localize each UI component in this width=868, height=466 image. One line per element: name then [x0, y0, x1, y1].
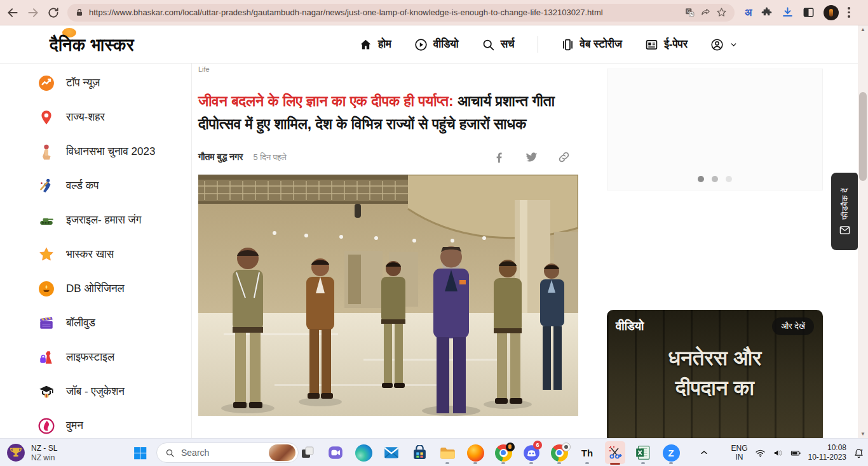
excel-app[interactable]: [633, 440, 653, 465]
chrome-app[interactable]: [493, 440, 513, 465]
chrome-profile2-app[interactable]: [549, 440, 569, 465]
sidebar-item-db-original[interactable]: DB ओरिजिनल: [38, 272, 187, 306]
download-icon[interactable]: [782, 6, 794, 18]
site-header: दैनिक भास्कर होम वीडियो सर्च वेब स्टोरीज: [0, 25, 868, 63]
page-scrollbar[interactable]: ▲ ▼: [858, 25, 868, 438]
sidebar-item-bhaskar-khas[interactable]: भास्कर खास: [38, 237, 187, 272]
search-icon: [165, 448, 175, 458]
url-text: https://www.bhaskar.com/local/uttar-prad…: [89, 8, 679, 17]
carousel-dot[interactable]: [712, 176, 718, 182]
sidebar-item-rajya-shahar[interactable]: राज्य-शहर: [38, 100, 187, 135]
sidebar-item-lifestyle[interactable]: लाइफस्टाइल: [38, 340, 187, 375]
sidebar-item-job-education[interactable]: जॉब - एजुकेशन: [38, 375, 187, 409]
sidebar-item-woman[interactable]: वुमन: [38, 409, 187, 438]
nav-search[interactable]: सर्च: [482, 38, 515, 51]
sidebar-item-israel-hamas[interactable]: इजराइल- हमास जंग: [38, 203, 187, 237]
video-widget-header: वीडियो और देखें: [607, 310, 823, 343]
snipping-tool-app[interactable]: [605, 441, 625, 464]
sidebar-item-bollywood[interactable]: बॉलीवुड: [38, 306, 187, 340]
article-location: गौतम बुद्ध नगर: [198, 152, 243, 163]
microsoft-store-app[interactable]: [409, 440, 430, 465]
reload-icon[interactable]: [47, 6, 60, 19]
video-widget[interactable]: वीडियो और देखें धनतेरस और दीपदान का: [607, 310, 823, 438]
sidebar-item-vidhansabha-chunav[interactable]: विधानसभा चुनाव 2023: [38, 135, 187, 169]
sidebar-label: वर्ल्ड कप: [66, 179, 99, 193]
zoom-icon: Z: [663, 444, 680, 462]
carousel-dot-active[interactable]: [698, 176, 704, 182]
address-bar[interactable]: https://www.bhaskar.com/local/uttar-prad…: [67, 4, 735, 22]
carousel-dots[interactable]: [698, 176, 732, 182]
sidebar-label: इजराइल- हमास जंग: [66, 213, 141, 227]
nav-profile[interactable]: [710, 38, 738, 51]
windows-logo-icon: [132, 445, 148, 461]
task-view-button[interactable]: [297, 440, 318, 465]
volume-icon[interactable]: [773, 448, 783, 458]
nav-epaper[interactable]: ई-पेपर: [645, 38, 688, 51]
world-cup-trophy-icon: [6, 443, 25, 462]
notification-bell-dnd-icon[interactable]: z: [853, 448, 864, 458]
carousel-dot[interactable]: [726, 176, 732, 182]
forward-icon[interactable]: [27, 6, 39, 19]
twitter-share-icon[interactable]: [525, 150, 538, 164]
sidebar-label: विधानसभा चुनाव 2023: [66, 145, 155, 159]
hidden-icons-chevron[interactable]: [699, 448, 709, 458]
scroll-up-arrow[interactable]: ▲: [858, 27, 868, 32]
scrollbar-thumb[interactable]: [859, 92, 867, 181]
scroll-down-arrow[interactable]: ▼: [858, 431, 868, 437]
article-title-highlight: जीवन बदलने के लिए ज्ञान का एक दीपक ही पर…: [198, 93, 454, 109]
nav-home[interactable]: होम: [359, 38, 391, 51]
bookmark-star-icon[interactable]: [716, 7, 727, 18]
see-more-button[interactable]: और देखें: [772, 317, 814, 335]
chat-app[interactable]: [325, 440, 346, 465]
nav-video[interactable]: वीडियो: [414, 38, 459, 51]
search-icon: [482, 38, 495, 51]
zoom-app[interactable]: Z: [661, 440, 681, 465]
excel-icon: [635, 444, 651, 461]
search-daily-image[interactable]: [269, 444, 295, 461]
store-icon: [412, 445, 428, 461]
folder-icon: [439, 444, 456, 462]
graduation-cap-icon: [38, 383, 55, 400]
browser-menu-icon[interactable]: [848, 7, 850, 18]
sidebar-label: लाइफस्टाइल: [66, 350, 114, 364]
firefox-icon: [467, 444, 484, 462]
web-stories-icon: [561, 38, 574, 51]
feedback-button[interactable]: फीडबैक दें: [831, 173, 858, 250]
article-time-ago: 5 दिन पहले: [253, 152, 286, 163]
hindi-extension-icon[interactable]: अ: [745, 7, 752, 18]
top-news-icon: [38, 75, 55, 91]
nav-epaper-label: ई-पेपर: [664, 38, 688, 51]
firefox-app[interactable]: [465, 440, 485, 465]
taskbar-search[interactable]: Search: [156, 443, 299, 463]
taskbar-clock[interactable]: 10:08 10-11-2023: [808, 443, 847, 462]
battery-icon[interactable]: [790, 448, 801, 458]
nav-webstories[interactable]: वेब स्टोरीज: [561, 38, 622, 51]
lang-line2: IN: [731, 453, 747, 462]
byline: गौतम बुद्ध नगर 5 दिन पहले: [198, 152, 287, 163]
file-explorer-app[interactable]: [437, 440, 458, 465]
mail-app[interactable]: [381, 440, 402, 465]
share-icon[interactable]: [700, 7, 711, 18]
wifi-icon[interactable]: [755, 448, 766, 458]
site-logo[interactable]: दैनिक भास्कर: [50, 36, 134, 55]
split-screen-icon[interactable]: [803, 6, 815, 18]
edge-app[interactable]: [353, 440, 374, 465]
start-button[interactable]: [131, 444, 149, 462]
discord-app[interactable]: 6: [521, 440, 541, 465]
facebook-share-icon[interactable]: [492, 150, 506, 164]
sidebar-label: भास्कर खास: [66, 248, 114, 262]
chrome-notification-badge: [506, 443, 515, 451]
extensions-puzzle-icon[interactable]: [761, 6, 773, 18]
back-icon[interactable]: [6, 6, 19, 19]
video-headline-line2: दीपदान का: [607, 373, 823, 403]
language-indicator[interactable]: ENG IN: [731, 444, 747, 462]
nav-search-label: सर्च: [501, 38, 515, 51]
taskbar-widget-cricket[interactable]: NZ - SL NZ win: [6, 439, 57, 466]
breadcrumb-category[interactable]: Life: [198, 65, 578, 73]
browser-profile-avatar[interactable]: [824, 5, 839, 20]
translate-icon[interactable]: G: [684, 7, 695, 18]
sidebar-item-top-news[interactable]: टॉप न्यूज़: [38, 66, 187, 100]
copy-link-icon[interactable]: [557, 150, 571, 164]
sidebar-item-world-cup[interactable]: वर्ल्ड कप: [38, 169, 187, 203]
thonny-app[interactable]: Th: [577, 440, 597, 465]
